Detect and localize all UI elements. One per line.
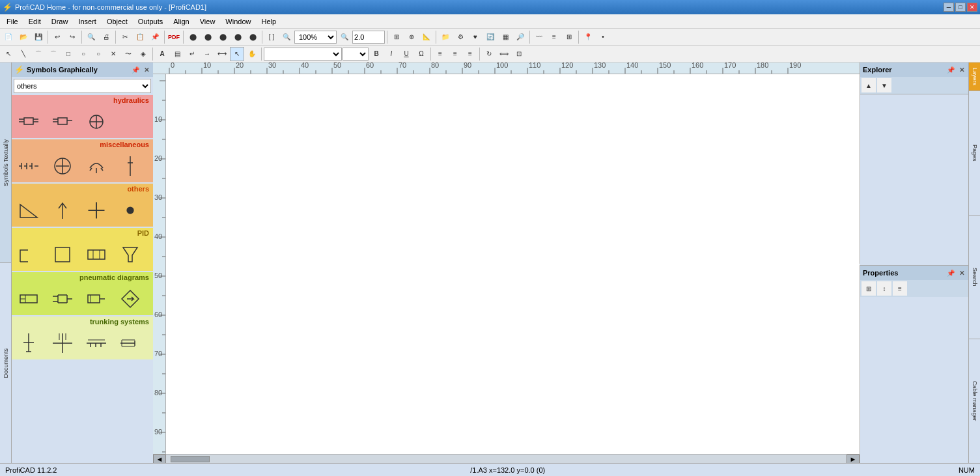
vtab-symbols-textually[interactable]: Symbols Textually: [0, 63, 11, 262]
close-explorer-icon[interactable]: ✕: [958, 66, 966, 74]
align-text-right[interactable]: ≡: [463, 47, 477, 61]
paste-button[interactable]: 📌: [148, 30, 162, 44]
explorer-down-button[interactable]: ▼: [877, 78, 891, 92]
arrow-tool[interactable]: →: [200, 47, 214, 61]
align-text-center[interactable]: ≡: [448, 47, 462, 61]
symbol-connector[interactable]: [51, 110, 74, 133]
component-button[interactable]: ⚙: [453, 30, 468, 44]
line-tool[interactable]: ╲: [16, 47, 31, 61]
menu-insert[interactable]: Insert: [73, 14, 102, 28]
scrollbar-track[interactable]: [167, 456, 845, 462]
junction-button[interactable]: •: [596, 30, 610, 44]
folder-button[interactable]: 📁: [438, 30, 453, 44]
open-button[interactable]: 📂: [16, 30, 31, 44]
rvtab-layers[interactable]: Layers: [969, 63, 980, 91]
scroll-right-button[interactable]: ►: [847, 455, 860, 464]
italic-button[interactable]: I: [384, 47, 399, 61]
properties-grid-icon[interactable]: ⊞: [861, 281, 876, 296]
zigzag-tool[interactable]: 〜: [121, 47, 135, 61]
wire-button[interactable]: 〰: [532, 30, 546, 44]
align-left-button[interactable]: ⬤: [186, 30, 200, 44]
cross-tool[interactable]: ✕: [106, 47, 120, 61]
snap-button[interactable]: ⊕: [404, 30, 419, 44]
horizontal-scrollbar[interactable]: ◄ ►: [153, 454, 860, 463]
dim-tool[interactable]: ⟷: [215, 47, 229, 61]
symbols-category-dropdown[interactable]: others hydraulics miscellaneous PID pneu…: [14, 79, 151, 93]
symbol-pump[interactable]: [17, 110, 40, 133]
vtab-documents[interactable]: Documents: [0, 263, 11, 463]
symbol-line-misc[interactable]: [119, 154, 142, 178]
menu-file[interactable]: File: [1, 14, 23, 28]
text-tool[interactable]: A: [155, 47, 169, 61]
titlebar-controls[interactable]: ─ □ ✕: [944, 3, 977, 12]
maximize-button[interactable]: □: [955, 3, 966, 12]
zoom-factor-input[interactable]: [352, 31, 385, 44]
bold-button[interactable]: B: [369, 47, 384, 61]
pin-button[interactable]: 📍: [581, 30, 595, 44]
close-button[interactable]: ✕: [967, 3, 977, 12]
menu-object[interactable]: Object: [102, 14, 133, 28]
rotate-button[interactable]: ↻: [482, 47, 496, 61]
poly-tool[interactable]: ⌒: [46, 47, 61, 61]
symbol-arrow-up[interactable]: [51, 199, 74, 222]
underline-button[interactable]: U: [399, 47, 413, 61]
cursor-tool[interactable]: ↖: [230, 47, 244, 61]
cut-button[interactable]: ✂: [118, 30, 132, 44]
bus-button[interactable]: ≡: [547, 30, 561, 44]
heart-button[interactable]: ♥: [468, 30, 483, 44]
align-top-button[interactable]: ⬤: [231, 30, 245, 44]
mirror-button[interactable]: ⟺: [497, 47, 511, 61]
align-text-left[interactable]: ≡: [433, 47, 447, 61]
zoom-out-button[interactable]: 🔍: [337, 30, 352, 44]
symbol-gauge-multi[interactable]: [17, 154, 40, 178]
textbox-tool[interactable]: ▤: [170, 47, 184, 61]
symbol-line-tee[interactable]: [85, 331, 108, 355]
font-size-select[interactable]: [343, 48, 369, 61]
symbol-rect-detail[interactable]: [17, 287, 40, 311]
symbol-plus[interactable]: [85, 199, 108, 222]
menu-edit[interactable]: Edit: [23, 14, 46, 28]
grid-toggle[interactable]: ⊞: [389, 30, 404, 44]
symbol-zigzag[interactable]: [17, 243, 40, 266]
align-bottom-button[interactable]: ⬤: [245, 30, 260, 44]
symbol-cross-detail[interactable]: [51, 331, 74, 355]
drawing-area[interactable]: [166, 74, 860, 454]
ellipse-tool[interactable]: ○: [76, 47, 91, 61]
hand-tool[interactable]: ✋: [245, 47, 259, 61]
rvtab-cable[interactable]: Cable manager: [969, 339, 980, 463]
symbol-dot[interactable]: [119, 199, 142, 222]
font-family-select[interactable]: [264, 48, 342, 61]
symbol-square-pid[interactable]: [51, 243, 74, 266]
fill-tool[interactable]: ◈: [136, 47, 150, 61]
select-tool[interactable]: ↖: [1, 47, 16, 61]
minimize-button[interactable]: ─: [944, 3, 954, 12]
undo-button[interactable]: ↩: [50, 30, 64, 44]
table-button[interactable]: ▦: [498, 30, 512, 44]
symbol-rect-conn[interactable]: [85, 287, 108, 311]
print-button[interactable]: 🖨: [99, 30, 113, 44]
measure-button[interactable]: 📐: [419, 30, 434, 44]
print-preview-button[interactable]: 🔍: [84, 30, 98, 44]
menu-align[interactable]: Align: [168, 14, 194, 28]
properties-sort-icon[interactable]: ↕: [877, 281, 891, 296]
symbol-line-end[interactable]: [119, 331, 142, 355]
note-tool[interactable]: ↵: [185, 47, 199, 61]
zoom-select[interactable]: 100% 50% 200%: [294, 31, 337, 44]
align-center-button[interactable]: ⬤: [201, 30, 215, 44]
pin-explorer-icon[interactable]: 📌: [945, 66, 956, 74]
close-properties-icon[interactable]: ✕: [958, 269, 966, 277]
symbol-diamond-arr[interactable]: [119, 287, 142, 311]
align-right-button[interactable]: ⬤: [216, 30, 230, 44]
save-button[interactable]: 💾: [31, 30, 46, 44]
scrollbar-thumb[interactable]: [171, 456, 210, 462]
symbol-crosshair-hydraulics[interactable]: [85, 110, 108, 133]
menu-view[interactable]: View: [195, 14, 221, 28]
pin-properties-icon[interactable]: 📌: [945, 269, 956, 277]
properties-list-icon[interactable]: ≡: [893, 281, 907, 296]
menu-help[interactable]: Help: [256, 14, 281, 28]
new-button[interactable]: 📄: [1, 30, 16, 44]
menu-draw[interactable]: Draw: [46, 14, 74, 28]
symbol-rect-sym[interactable]: [85, 243, 108, 266]
menu-window[interactable]: Window: [220, 14, 256, 28]
scroll-left-button[interactable]: ◄: [153, 455, 166, 464]
